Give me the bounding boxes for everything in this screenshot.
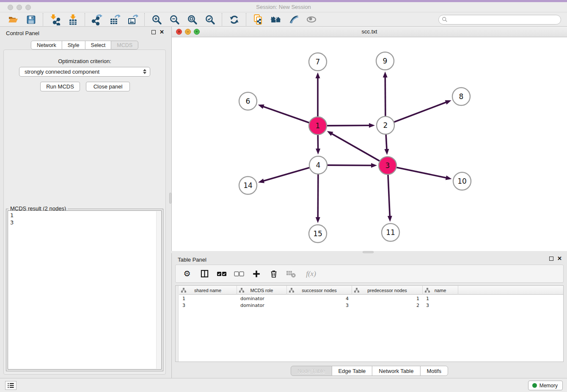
export-image-icon (127, 14, 138, 25)
app-title: Session: New Session (0, 4, 567, 10)
graph-node-label-10: 10 (457, 177, 467, 185)
tab-node-table[interactable]: Node Table (291, 366, 332, 376)
column-header-name[interactable]: name (423, 286, 458, 295)
network-canvas[interactable]: 1234678910111415 (172, 37, 567, 251)
float-panel-icon[interactable] (549, 257, 553, 261)
import-table-button[interactable] (66, 13, 80, 26)
tab-motifs[interactable]: Motifs (420, 366, 448, 376)
graph-edge-2-8[interactable] (393, 102, 447, 122)
close-panel-button[interactable]: Close panel (86, 82, 130, 91)
result-scrollbar[interactable] (156, 211, 161, 369)
toolbar-separator (246, 13, 246, 26)
function-builder-button[interactable]: f(x) (303, 269, 319, 279)
graph-edge-4-3[interactable] (326, 165, 372, 166)
export-network-button[interactable] (90, 13, 104, 26)
graph-edge-3-11[interactable] (388, 174, 390, 217)
clone-network-icon (253, 14, 264, 25)
table-cell: 1 (179, 296, 237, 301)
delete-table-icon (286, 269, 296, 279)
search-field[interactable] (438, 15, 561, 25)
export-table-button[interactable] (108, 13, 121, 26)
graph-edge-3-10[interactable] (396, 167, 447, 178)
delete-column-button[interactable] (269, 269, 279, 279)
graph-node-label-15: 15 (313, 229, 322, 238)
table-cell: dominator (237, 296, 287, 301)
tab-edge-table[interactable]: Edge Table (331, 366, 372, 376)
graph-edge-2-3[interactable] (386, 133, 387, 150)
zoom-out-icon (169, 14, 180, 25)
column-header-predecessor-nodes[interactable]: predecessor nodes (352, 286, 423, 295)
tab-network-table[interactable]: Network Table (372, 366, 420, 376)
table-row[interactable]: 1dominator411 (179, 295, 563, 302)
node-table: shared nameMCDS rolesuccessor nodesprede… (175, 285, 564, 362)
table-cell: 3 (179, 303, 237, 308)
zoom-fit-button[interactable] (185, 13, 199, 26)
column-header-successor-nodes[interactable]: successor nodes (287, 286, 352, 295)
graph-edge-arrowhead (445, 100, 451, 105)
table-cell: 1 (423, 296, 458, 301)
graph-edge-2-9[interactable] (385, 76, 385, 117)
search-input[interactable] (450, 17, 558, 22)
zoom-selected-button[interactable] (203, 13, 217, 26)
toolbar-separator (43, 13, 43, 26)
graph-edge-3-1[interactable] (331, 133, 380, 162)
network-window-titlebar[interactable]: ✕ − + scc.txt (172, 27, 567, 37)
network-graph-svg: 1234678910111415 (172, 37, 567, 251)
table-settings-button[interactable]: ⚙ (182, 269, 192, 279)
select-all-icon (217, 271, 227, 277)
open-session-button[interactable] (6, 13, 20, 26)
deselect-all-icon (234, 271, 244, 277)
mcds-result-area[interactable]: 1 3 (8, 210, 162, 370)
column-visibility-button[interactable] (199, 269, 209, 279)
export-image-button[interactable] (126, 13, 139, 26)
task-history-button[interactable] (5, 381, 17, 390)
tab-select[interactable]: Select (85, 41, 112, 50)
zoom-out-button[interactable] (168, 13, 181, 26)
delete-table-button[interactable] (286, 269, 296, 279)
refresh-icon (229, 14, 239, 25)
graph-node-label-1: 1 (316, 121, 320, 130)
tab-network[interactable]: Network (31, 41, 62, 50)
optimization-criterion-label: Optimization criterion: (0, 58, 169, 64)
tab-style[interactable]: Style (62, 41, 85, 50)
graph-edge-arrowhead (316, 72, 320, 78)
memory-button[interactable]: Memory (528, 381, 563, 390)
graph-edge-4-15[interactable] (318, 173, 318, 218)
columns-icon (200, 269, 209, 278)
tab-mcds[interactable]: MCDS (111, 41, 138, 50)
main-toolbar (0, 13, 567, 27)
row-gutter (176, 286, 179, 362)
float-panel-icon[interactable] (151, 30, 156, 34)
select-all-button[interactable] (217, 269, 227, 279)
refresh-button[interactable] (227, 13, 241, 26)
graph-edge-1-2[interactable] (326, 125, 370, 126)
zoom-in-button[interactable] (150, 13, 163, 26)
close-panel-icon[interactable]: ✕ (557, 257, 562, 261)
eye-button[interactable] (305, 13, 318, 26)
column-header-shared-name[interactable]: shared name (179, 286, 237, 295)
table-panel-tabs: Node TableEdge TableNetwork TableMotifs (291, 366, 448, 376)
status-bar: Memory (0, 378, 567, 392)
clone-network-button[interactable] (251, 13, 265, 26)
houses-button[interactable] (269, 13, 283, 26)
deselect-all-button[interactable] (234, 269, 244, 279)
graph-edge-4-14[interactable] (263, 167, 311, 181)
save-session-button[interactable] (24, 13, 38, 26)
criterion-select[interactable]: strongly connected component (19, 67, 150, 77)
close-panel-icon[interactable]: ✕ (160, 30, 164, 34)
graphics-details-button[interactable] (287, 13, 300, 26)
graph-edge-1-6[interactable] (262, 106, 310, 123)
table-panel-title: Table Panel (178, 257, 206, 263)
graph-edge-arrowhead (446, 176, 452, 180)
column-header-mcds-role[interactable]: MCDS role (237, 286, 287, 295)
add-column-button[interactable] (251, 269, 261, 279)
run-mcds-button[interactable]: Run MCDS (40, 82, 80, 91)
table-row[interactable]: 3dominator323 (179, 302, 563, 309)
import-network-button[interactable] (48, 13, 62, 26)
control-panel-tabs: NetworkStyleSelectMCDS (31, 41, 138, 50)
graph-edge-arrowhead (316, 149, 320, 155)
toolbar-separator (222, 13, 222, 26)
graph-node-label-3: 3 (385, 161, 390, 170)
zoom-selected-icon (205, 14, 215, 25)
graphics-details-icon (288, 14, 299, 25)
